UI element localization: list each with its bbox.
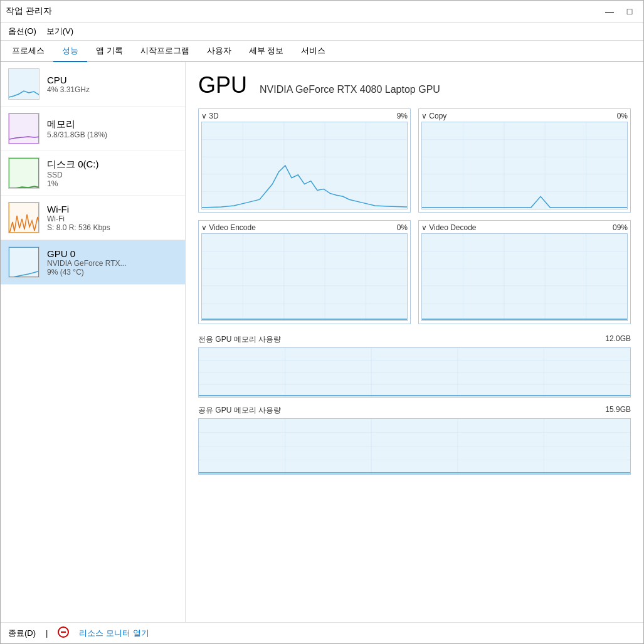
dedicated-mem-label: 전용 GPU 메모리 사용량: [198, 334, 281, 345]
chart-3d-pct: 9%: [397, 112, 408, 120]
chart-vencode: ∨ Video Encode 0%: [198, 220, 411, 324]
gpu-panel-title: GPU: [198, 72, 247, 98]
shared-mem-value: 15.9GB: [605, 405, 631, 416]
chart-copy-label-row: ∨ Copy 0%: [421, 112, 628, 120]
dedicated-mem-chart: [198, 347, 631, 398]
sidebar: CPU 4% 3.31GHz 메모리 5.8/31.8GB (18%): [1, 62, 186, 622]
wifi-sub1: Wi-Fi: [47, 214, 177, 223]
chart-vencode-label: ∨ Video Encode: [201, 223, 256, 232]
chart-vencode-label-row: ∨ Video Encode 0%: [201, 223, 408, 232]
tab-startup[interactable]: 시작프로그램: [132, 41, 198, 62]
mem-thumb: [8, 113, 40, 144]
separator: |: [46, 628, 48, 638]
chart-3d-area: [201, 122, 408, 209]
tab-processes[interactable]: 프로세스: [3, 41, 53, 62]
chart-vdecode: ∨ Video Decode 09%: [418, 220, 631, 324]
bottom-bar: 종료(D) | 리소스 모니터 열기: [1, 622, 643, 643]
title-bar: 작업 관리자 — □: [1, 1, 643, 23]
resource-monitor-link[interactable]: 리소스 모니터 열기: [79, 628, 149, 639]
wifi-thumb: [8, 202, 40, 233]
chart-vencode-pct: 0%: [397, 223, 408, 232]
disk-title: 디스크 0(C:): [47, 159, 177, 171]
disk-thumb: [8, 157, 40, 189]
sidebar-item-disk[interactable]: 디스크 0(C:) SSD 1%: [1, 151, 185, 196]
gpu-header: GPU NVIDIA GeForce RTX 4080 Laptop GPU: [198, 72, 631, 98]
sidebar-item-cpu[interactable]: CPU 4% 3.31GHz: [1, 62, 185, 107]
chart-vdecode-area: [421, 233, 628, 321]
shared-mem-label: 공유 GPU 메모리 사용량: [198, 405, 281, 416]
title-bar-buttons: — □: [601, 4, 638, 18]
chart-3d-label-row: ∨ 3D 9%: [201, 112, 408, 120]
tab-services[interactable]: 서비스: [292, 41, 334, 62]
mem-title: 메모리: [47, 119, 177, 130]
chart-3d-label: ∨ 3D: [201, 112, 219, 120]
tab-bar: 프로세스 성능 앱 기록 시작프로그램 사용자 세부 정보 서비스: [1, 41, 643, 62]
dedicated-mem-value: 12.0GB: [605, 334, 631, 345]
shared-mem-chart: [198, 418, 631, 475]
cpu-title: CPU: [47, 75, 177, 85]
cpu-info: CPU 4% 3.31GHz: [47, 75, 177, 94]
chart-vdecode-label: ∨ Video Decode: [421, 223, 477, 232]
tab-details[interactable]: 세부 정보: [240, 41, 293, 62]
tab-users[interactable]: 사용자: [198, 41, 240, 62]
sidebar-item-wifi[interactable]: Wi-Fi Wi-Fi S: 8.0 R: 536 Kbps: [1, 196, 185, 240]
mem-sub: 5.8/31.8GB (18%): [47, 130, 177, 139]
chart-copy-pct: 0%: [617, 112, 628, 120]
dedicated-mem-section: 전용 GPU 메모리 사용량 12.0GB: [198, 334, 631, 398]
chart-copy-area: [421, 122, 628, 209]
shared-mem-label-row: 공유 GPU 메모리 사용량 15.9GB: [198, 405, 631, 416]
shared-mem-section: 공유 GPU 메모리 사용량 15.9GB: [198, 405, 631, 475]
chart-copy-label: ∨ Copy: [421, 112, 446, 120]
right-panel: GPU NVIDIA GeForce RTX 4080 Laptop GPU ∨…: [186, 62, 643, 622]
sidebar-item-memory[interactable]: 메모리 5.8/31.8GB (18%): [1, 107, 185, 151]
chart-vdecode-label-row: ∨ Video Decode 09%: [421, 223, 628, 232]
sidebar-item-gpu0[interactable]: GPU 0 NVIDIA GeForce RTX... 9% (43 °C): [1, 240, 185, 285]
wifi-title: Wi-Fi: [47, 204, 177, 214]
tab-performance[interactable]: 성능: [53, 41, 87, 62]
cpu-sub: 4% 3.31GHz: [47, 85, 177, 94]
menu-bar: 옵션(O) 보기(V): [1, 23, 643, 41]
wifi-info: Wi-Fi Wi-Fi S: 8.0 R: 536 Kbps: [47, 204, 177, 232]
disk-sub1: SSD: [47, 171, 177, 179]
dedicated-mem-label-row: 전용 GPU 메모리 사용량 12.0GB: [198, 334, 631, 345]
chart-3d: ∨ 3D 9%: [198, 108, 411, 213]
gpu0-title: GPU 0: [47, 248, 177, 259]
disk-info: 디스크 0(C:) SSD 1%: [47, 159, 177, 188]
window-title: 작업 관리자: [6, 6, 52, 17]
resource-monitor-icon: [58, 626, 69, 640]
gpu0-sub2: 9% (43 °C): [47, 268, 177, 277]
chart-copy: ∨ Copy 0%: [418, 108, 631, 213]
gpu-thumb: [8, 246, 40, 278]
wifi-sub2: S: 8.0 R: 536 Kbps: [47, 223, 177, 232]
gpu0-info: GPU 0 NVIDIA GeForce RTX... 9% (43 °C): [47, 248, 177, 277]
menu-view[interactable]: 보기(V): [41, 24, 78, 39]
menu-options[interactable]: 옵션(O): [3, 24, 41, 39]
cpu-thumb: [8, 68, 40, 100]
close-process-button[interactable]: 종료(D): [8, 628, 36, 639]
mem-info: 메모리 5.8/31.8GB (18%): [47, 119, 177, 139]
charts-grid: ∨ 3D 9%: [198, 108, 631, 324]
disk-sub2: 1%: [47, 179, 177, 188]
chart-vdecode-pct: 09%: [613, 223, 628, 232]
maximize-button[interactable]: □: [621, 4, 638, 18]
gpu0-sub1: NVIDIA GeForce RTX...: [47, 259, 177, 268]
tab-app-history[interactable]: 앱 기록: [87, 41, 132, 62]
gpu-panel-name: NVIDIA GeForce RTX 4080 Laptop GPU: [260, 84, 440, 95]
main-content: CPU 4% 3.31GHz 메모리 5.8/31.8GB (18%): [1, 62, 643, 622]
task-manager-window: 작업 관리자 — □ 옵션(O) 보기(V) 프로세스 성능 앱 기록 시작프로…: [0, 0, 644, 644]
chart-vencode-area: [201, 233, 408, 321]
minimize-button[interactable]: —: [601, 4, 618, 18]
